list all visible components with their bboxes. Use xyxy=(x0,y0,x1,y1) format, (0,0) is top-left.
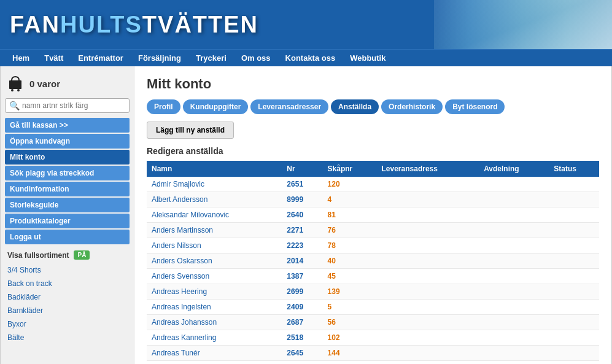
col-header-avdelning: Avdelning xyxy=(479,161,549,177)
cell-skapnr: 45 xyxy=(323,269,377,284)
cell-avdelning xyxy=(479,361,549,365)
site-logo: FanHultstvätteN xyxy=(10,12,258,38)
sidebar-btn-produktkataloger[interactable]: Produktkataloger xyxy=(5,214,130,228)
cell-namn[interactable]: Albert Andersson xyxy=(147,192,282,207)
tab-orderhistorik[interactable]: Orderhistorik xyxy=(381,99,443,114)
nav-hem[interactable]: Hem xyxy=(5,50,37,66)
cell-leveransadress xyxy=(377,315,479,330)
cell-namn[interactable]: Andreas Heering xyxy=(147,284,282,300)
sidebar-cat-back-on-track[interactable]: Back on track xyxy=(5,277,130,290)
cell-namn[interactable]: Admir Smajlovic xyxy=(147,177,282,192)
cell-avdelning xyxy=(479,177,549,192)
table-row: Andreas Tunér2645144 xyxy=(147,346,599,361)
sidebar-cat-balte[interactable]: Bälte xyxy=(5,331,130,344)
cell-skapnr: 102 xyxy=(323,330,377,346)
cell-skapnr: 135 xyxy=(323,361,377,365)
cell-nr: 2014 xyxy=(282,254,322,269)
main-container: 0 varor 🔍 Gå till kassan >> Öppna kundva… xyxy=(0,66,612,364)
cell-nr: 8999 xyxy=(282,192,322,207)
fullsortiment-toggle[interactable]: Visa fullsortiment PÅ xyxy=(5,246,130,262)
cell-status xyxy=(549,346,599,361)
cell-leveransadress xyxy=(377,300,479,315)
sidebar-btn-streckkod[interactable]: Sök plagg via streckkod xyxy=(5,166,130,180)
cell-nr: 2271 xyxy=(282,223,322,238)
nav-tryckeri[interactable]: Tryckeri xyxy=(188,50,234,66)
cell-leveransadress xyxy=(377,361,479,365)
nav-om-oss[interactable]: Om oss xyxy=(234,50,278,66)
sidebar-btn-kassan[interactable]: Gå till kassan >> xyxy=(5,118,130,133)
cell-namn[interactable]: Andreas Kannerling xyxy=(147,330,282,346)
sidebar: 0 varor 🔍 Gå till kassan >> Öppna kundva… xyxy=(1,66,134,364)
cell-avdelning xyxy=(479,284,549,300)
cell-namn[interactable]: Aleksandar Milovanovic xyxy=(147,207,282,223)
cell-namn[interactable]: Andreas Tunér xyxy=(147,346,282,361)
cell-nr: 2651 xyxy=(282,177,322,192)
nav-entremattor[interactable]: Entrémattor xyxy=(71,50,131,66)
sidebar-btn-storleksguide[interactable]: Storleksguide xyxy=(5,198,130,212)
cell-nr: 2357 xyxy=(282,361,322,365)
table-row: Andreas Kannerling2518102 xyxy=(147,330,599,346)
sidebar-btn-kundvagn[interactable]: Öppna kundvagn xyxy=(5,134,130,149)
search-icon: 🔍 xyxy=(9,101,20,110)
table-header-row: Namn Nr Skåpnr Leveransadress Avdelning … xyxy=(147,161,599,177)
table-row: Anders Martinsson227176 xyxy=(147,223,599,238)
sidebar-categories: 3/4 Shorts Back on track Badkläder Barnk… xyxy=(5,263,130,344)
cell-avdelning xyxy=(479,300,549,315)
tab-leveransadresser[interactable]: Leveransadresser xyxy=(250,99,328,114)
cell-nr: 2645 xyxy=(282,346,322,361)
cell-skapnr: 144 xyxy=(323,346,377,361)
main-nav: Hem Tvätt Entrémattor Försäljning Trycke… xyxy=(0,49,612,66)
cell-skapnr: 56 xyxy=(323,315,377,330)
nav-kontakta-oss[interactable]: Kontakta oss xyxy=(278,50,343,66)
cell-namn[interactable]: Anders Martinsson xyxy=(147,223,282,238)
cell-namn[interactable]: Anders Nilsson xyxy=(147,238,282,254)
cell-avdelning xyxy=(479,207,549,223)
cell-skapnr: 81 xyxy=(323,207,377,223)
cell-status xyxy=(549,284,599,300)
col-header-status: Status xyxy=(549,161,599,177)
nav-forsaljning[interactable]: Försäljning xyxy=(131,50,188,66)
cell-namn[interactable]: Anders Oskarsson xyxy=(147,254,282,269)
table-row: Aleksandar Milovanovic264081 xyxy=(147,207,599,223)
cell-namn[interactable]: Andreas Ingelsten xyxy=(147,300,282,315)
nav-webbutik[interactable]: Webbutik xyxy=(343,50,393,66)
sidebar-cat-barnklader[interactable]: Barnkläder xyxy=(5,304,130,317)
search-input[interactable] xyxy=(22,101,107,110)
sidebar-search-box: 🔍 xyxy=(5,98,130,113)
tab-anstallda[interactable]: Anställda xyxy=(331,99,379,114)
sidebar-btn-kundinformation[interactable]: Kundinformation xyxy=(5,182,130,196)
cell-leveransadress xyxy=(377,284,479,300)
table-row: Anders Nilsson222378 xyxy=(147,238,599,254)
cell-skapnr: 76 xyxy=(323,223,377,238)
cell-status xyxy=(549,315,599,330)
sidebar-btn-logga-ut[interactable]: Logga ut xyxy=(5,230,130,244)
cell-leveransadress xyxy=(377,223,479,238)
cell-status xyxy=(549,192,599,207)
content-area: Mitt konto Profil Kunduppgifter Leverans… xyxy=(134,66,611,364)
cell-skapnr: 4 xyxy=(323,192,377,207)
header: FanHultstvätteN xyxy=(0,0,612,49)
cell-leveransadress xyxy=(377,269,479,284)
cart-icon xyxy=(6,75,25,92)
cell-leveransadress xyxy=(377,346,479,361)
sidebar-cat-byxor[interactable]: Byxor xyxy=(5,317,130,331)
tab-byt-losenord[interactable]: Byt lösenord xyxy=(445,99,505,114)
col-header-skapnr: Skåpnr xyxy=(323,161,377,177)
col-header-namn: Namn xyxy=(147,161,282,177)
table-row: Andreas Ingelsten24095 xyxy=(147,300,599,315)
tab-kunduppgifter[interactable]: Kunduppgifter xyxy=(183,99,249,114)
cell-skapnr: 40 xyxy=(323,254,377,269)
tab-profil[interactable]: Profil xyxy=(147,99,180,114)
cell-namn[interactable]: Anders Svensson xyxy=(147,269,282,284)
cell-namn[interactable]: Andreas Johansson xyxy=(147,315,282,330)
cell-nr: 2687 xyxy=(282,315,322,330)
cell-namn[interactable]: Ante Krizmanic xyxy=(147,361,282,365)
cell-avdelning xyxy=(479,223,549,238)
nav-tvatt[interactable]: Tvätt xyxy=(37,50,71,66)
sidebar-btn-konto[interactable]: Mitt konto xyxy=(5,150,130,165)
add-employee-button[interactable]: Lägg till ny anställd xyxy=(147,122,234,139)
cell-leveransadress xyxy=(377,192,479,207)
sidebar-cat-badklader[interactable]: Badkläder xyxy=(5,290,130,304)
sidebar-cat-shorts[interactable]: 3/4 Shorts xyxy=(5,263,130,277)
cell-status xyxy=(549,269,599,284)
